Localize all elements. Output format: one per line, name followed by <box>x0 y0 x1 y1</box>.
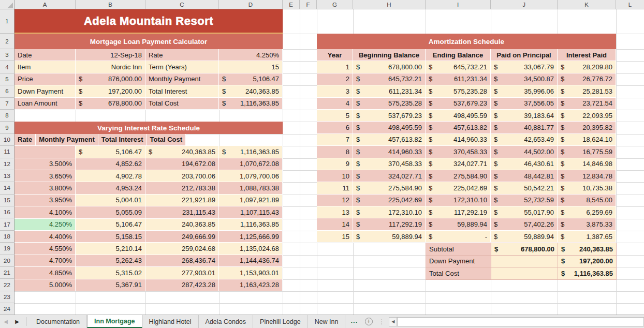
row-header[interactable]: 21 <box>0 267 14 279</box>
scroll-left-arrow[interactable]: ◀ <box>389 317 397 326</box>
label-cell[interactable]: Loan Amount <box>14 98 76 110</box>
paid-principal-cell[interactable]: $39,183.64 <box>491 110 558 122</box>
paid-principal-cell[interactable]: $34,500.87 <box>491 73 558 85</box>
total-cost-cell[interactable]: 1,163,423.28 <box>219 279 283 291</box>
beginning-balance-cell[interactable]: $414,960.33 <box>353 146 426 158</box>
year-cell[interactable]: 6 <box>317 122 353 133</box>
column-header-cell[interactable]: Total Cost <box>147 134 186 146</box>
year-cell[interactable]: 15 <box>317 231 353 243</box>
value-cell[interactable]: $1,116,363.85 <box>219 146 283 158</box>
total-interest-cell[interactable]: 249,666.99 <box>145 231 219 243</box>
interest-paid-cell[interactable]: $8,545.00 <box>558 195 616 206</box>
column-header[interactable]: D <box>219 0 283 9</box>
year-cell[interactable]: 4 <box>317 98 353 110</box>
interest-paid-cell[interactable]: $18,624.10 <box>558 134 616 146</box>
column-header-cell[interactable]: Ending Balance <box>426 49 491 61</box>
ending-balance-cell[interactable]: $370,458.33 <box>426 146 491 158</box>
total-cost-cell[interactable]: 1,125,666.99 <box>219 231 283 243</box>
column-header[interactable]: C <box>145 0 219 9</box>
column-header[interactable]: H <box>353 0 426 9</box>
tabs-overflow-ellipsis[interactable]: ... <box>345 315 362 328</box>
row-header[interactable]: 24 <box>0 303 14 315</box>
rate-cell[interactable]: 3.800% <box>14 182 76 194</box>
year-cell[interactable]: 7 <box>317 134 353 146</box>
column-header[interactable]: J <box>491 0 558 9</box>
row-header[interactable]: 8 <box>0 110 14 122</box>
summary-label-cell[interactable]: Total Cost <box>426 267 491 279</box>
label-cell[interactable]: Item <box>14 61 76 73</box>
total-interest-cell[interactable]: 231,115.43 <box>145 206 219 218</box>
year-cell[interactable]: 11 <box>317 182 353 194</box>
total-interest-cell[interactable]: 194,672.08 <box>145 158 219 170</box>
year-cell[interactable]: 3 <box>317 85 353 97</box>
total-cost-cell[interactable]: 1,079,700.06 <box>219 170 283 182</box>
beginning-balance-cell[interactable]: $225,042.69 <box>353 195 426 206</box>
paid-principal-cell[interactable]: $33,067.79 <box>491 61 558 73</box>
row-header[interactable]: 18 <box>0 231 14 243</box>
interest-paid-cell[interactable]: $20,395.82 <box>558 122 616 133</box>
ending-balance-cell[interactable]: $498,495.59 <box>426 110 491 122</box>
beginning-balance-cell[interactable]: $370,458.33 <box>353 158 426 170</box>
ending-balance-cell[interactable]: $611,231.34 <box>426 73 491 85</box>
paid-principal-cell[interactable]: $55,017.90 <box>491 206 558 218</box>
scrollbar-thumb[interactable] <box>397 317 644 326</box>
rate-cell[interactable]: 4.550% <box>14 243 76 255</box>
column-header-cell[interactable]: Interest Paid <box>558 49 616 61</box>
interest-paid-cell[interactable]: $23,721.54 <box>558 98 616 110</box>
column-header[interactable]: A <box>14 0 76 9</box>
row-header[interactable]: 10 <box>0 134 14 146</box>
year-cell[interactable]: 9 <box>317 158 353 170</box>
value-cell[interactable]: $240,363.85 <box>145 146 219 158</box>
sheet-tab[interactable]: Inn Mortgage <box>87 315 142 328</box>
summary-value-cell[interactable] <box>491 256 558 267</box>
total-cost-cell[interactable]: 1,088,783.38 <box>219 182 283 194</box>
interest-paid-cell[interactable]: $6,259.69 <box>558 206 616 218</box>
label-cell[interactable]: Date <box>14 49 76 61</box>
year-cell[interactable]: 13 <box>317 206 353 218</box>
column-header-cell[interactable]: Monthly Payment <box>36 134 98 146</box>
ending-balance-cell[interactable]: $537,679.23 <box>426 98 491 110</box>
row-header[interactable]: 22 <box>0 279 14 291</box>
label-cell[interactable]: Monthly Payment <box>145 73 219 85</box>
monthly-payment-cell[interactable]: 5,262.43 <box>76 255 145 267</box>
paid-principal-cell[interactable]: $44,502.00 <box>491 146 558 158</box>
column-header[interactable]: L <box>616 0 644 9</box>
monthly-payment-cell[interactable]: 5,158.15 <box>76 231 145 243</box>
total-interest-cell[interactable]: 277,903.01 <box>145 267 219 279</box>
paid-principal-cell[interactable]: $48,442.81 <box>491 170 558 182</box>
summary-value-cell[interactable] <box>491 267 558 279</box>
value-cell[interactable]: 12-Sep-18 <box>76 49 145 61</box>
sheet-tab[interactable]: Documentation <box>30 315 87 328</box>
rate-cell[interactable]: 4.100% <box>14 206 76 218</box>
row-header[interactable]: 20 <box>0 255 14 267</box>
beginning-balance-cell[interactable]: $457,613.82 <box>353 134 426 146</box>
horizontal-scrollbar[interactable]: ◀ <box>388 315 644 328</box>
interest-paid-cell[interactable]: $25,281.53 <box>558 85 616 97</box>
row-header[interactable]: 13 <box>0 170 14 182</box>
ending-balance-cell[interactable]: $- <box>426 231 491 243</box>
row-header[interactable]: 12 <box>0 158 14 170</box>
title-banner-cell[interactable]: Adela Mountain Resort <box>14 9 283 34</box>
label-cell[interactable]: Down Payment <box>14 85 76 97</box>
beginning-balance-cell[interactable]: $172,310.10 <box>353 206 426 218</box>
row-header[interactable]: 9 <box>0 122 14 133</box>
ending-balance-cell[interactable]: $172,310.10 <box>426 195 491 206</box>
ending-balance-cell[interactable]: $414,960.33 <box>426 134 491 146</box>
beginning-balance-cell[interactable]: $275,584.90 <box>353 182 426 194</box>
value-cell[interactable]: $876,000.00 <box>76 73 145 85</box>
monthly-payment-cell[interactable]: 5,210.14 <box>76 243 145 255</box>
year-cell[interactable]: 2 <box>317 73 353 85</box>
row-header[interactable]: 19 <box>0 243 14 255</box>
interest-paid-cell[interactable]: $3,875.33 <box>558 218 616 230</box>
value-cell[interactable]: $1,116,363.85 <box>219 98 283 110</box>
ending-balance-cell[interactable]: $59,889.94 <box>426 218 491 230</box>
select-all-corner[interactable] <box>0 0 14 9</box>
rate-cell[interactable]: 3.500% <box>14 158 76 170</box>
interest-paid-cell[interactable]: $14,846.98 <box>558 158 616 170</box>
value-cell[interactable]: $197,200.00 <box>76 85 145 97</box>
label-cell[interactable]: Rate <box>145 49 219 61</box>
rate-cell[interactable]: 4.250% <box>14 219 76 231</box>
rate-cell[interactable]: 4.700% <box>14 255 76 267</box>
total-interest-cell[interactable]: 203,700.06 <box>145 170 219 182</box>
year-cell[interactable]: 14 <box>317 218 353 230</box>
